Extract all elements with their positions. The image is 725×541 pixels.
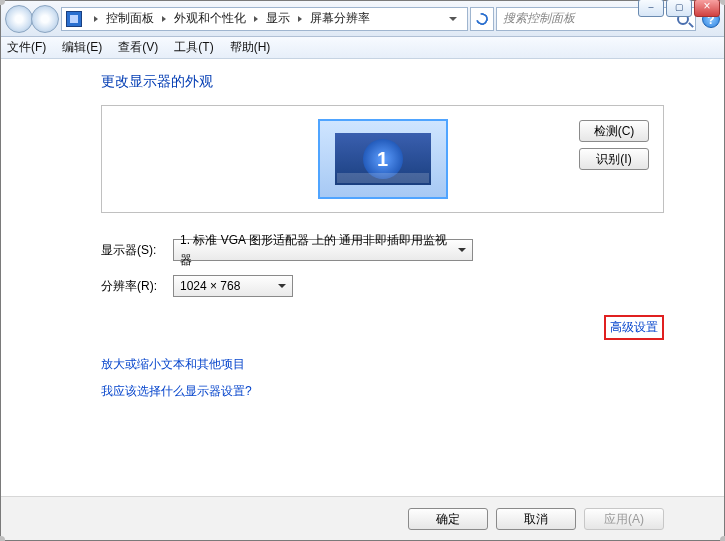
display-row: 显示器(S): 1. 标准 VGA 图形适配器 上的 通用非即插即用监视器 [101,239,664,261]
menu-edit[interactable]: 编辑(E) [62,39,102,56]
nav-buttons [5,5,57,33]
menu-file[interactable]: 文件(F) [7,39,46,56]
chevron-right-icon [162,16,166,22]
maximize-button[interactable]: ▢ [666,0,692,17]
identify-button[interactable]: 识别(I) [579,148,649,170]
back-button[interactable] [5,5,33,33]
corner-dot [720,0,725,5]
dialog-button-bar: 确定 取消 应用(A) [1,496,724,540]
crumb-control-panel[interactable]: 控制面板 [106,10,154,27]
chevron-right-icon [298,16,302,22]
minimize-button[interactable]: – [638,0,664,17]
content-inner: 更改显示器的外观 1 检测(C) 识别(I) 显示器(S): 1. 标准 VGA… [1,73,724,496]
detect-button[interactable]: 检测(C) [579,120,649,142]
crumb-resolution[interactable]: 屏幕分辨率 [310,10,370,27]
cancel-button[interactable]: 取消 [496,508,576,530]
apply-button: 应用(A) [584,508,664,530]
corner-dot [0,536,5,541]
chevron-right-icon [254,16,258,22]
crumb-display[interactable]: 显示 [266,10,290,27]
resolution-select-value: 1024 × 768 [180,276,240,296]
highlight-box: 高级设置 [604,315,664,340]
advanced-settings-link[interactable]: 高级设置 [610,320,658,334]
explorer-window: – ▢ × 控制面板 外观和个性化 显示 屏幕分辨率 搜索控制面板 [0,0,725,541]
chevron-down-icon [278,284,286,288]
search-placeholder: 搜索控制面板 [503,10,575,27]
refresh-icon [474,10,490,26]
textsize-link[interactable]: 放大或缩小文本和其他项目 [101,356,664,373]
page-title: 更改显示器的外观 [101,73,664,91]
menu-help[interactable]: 帮助(H) [230,39,271,56]
menu-bar: 文件(F) 编辑(E) 查看(V) 工具(T) 帮助(H) [1,37,724,59]
monitor-thumbnail[interactable]: 1 [318,119,448,199]
taskbar-glow [337,173,429,183]
display-preview-frame: 1 检测(C) 识别(I) [101,105,664,213]
resolution-label: 分辨率(R): [101,278,173,295]
monitor-screen: 1 [335,133,431,185]
chevron-right-icon [94,16,98,22]
control-panel-icon [66,11,82,27]
chevron-down-icon [458,248,466,252]
address-bar-row: 控制面板 外观和个性化 显示 屏幕分辨率 搜索控制面板 ? [1,1,724,37]
crumb-appearance[interactable]: 外观和个性化 [174,10,246,27]
display-label: 显示器(S): [101,242,173,259]
forward-button[interactable] [31,5,59,33]
display-select-value: 1. 标准 VGA 图形适配器 上的 通用非即插即用监视器 [180,230,454,270]
resolution-row: 分辨率(R): 1024 × 768 [101,275,664,297]
display-select[interactable]: 1. 标准 VGA 图形适配器 上的 通用非即插即用监视器 [173,239,473,261]
close-button[interactable]: × [694,0,720,17]
breadcrumb[interactable]: 控制面板 外观和个性化 显示 屏幕分辨率 [61,7,468,31]
menu-tools[interactable]: 工具(T) [174,39,213,56]
window-controls: – ▢ × [638,0,720,17]
content-area: 更改显示器的外观 1 检测(C) 识别(I) 显示器(S): 1. 标准 VGA… [1,59,724,540]
ok-button[interactable]: 确定 [408,508,488,530]
chevron-down-icon[interactable] [449,17,457,21]
refresh-button[interactable] [470,7,494,31]
corner-dot [720,536,725,541]
resolution-select[interactable]: 1024 × 768 [173,275,293,297]
menu-view[interactable]: 查看(V) [118,39,158,56]
which-settings-link[interactable]: 我应该选择什么显示器设置? [101,383,664,400]
